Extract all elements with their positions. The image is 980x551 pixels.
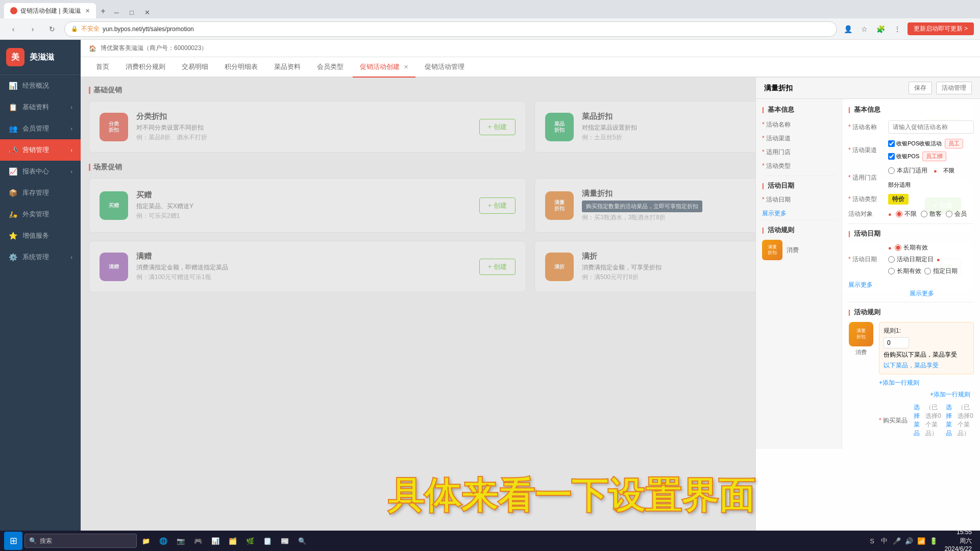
sidebar-item-overview[interactable]: 📊 经营概况 <box>0 75 81 96</box>
reload-btn[interactable]: ↻ <box>45 22 59 36</box>
target-label: 活动对象 <box>848 210 884 218</box>
more-settings-btn2[interactable]: 展示更多 <box>910 289 974 298</box>
sidebar-item-label: 会员管理 <box>22 124 49 133</box>
sidebar-item-label: 基础资料 <box>22 103 49 112</box>
tab-rules[interactable]: 消费积分规则 <box>118 57 173 78</box>
back-btn[interactable]: ‹ <box>6 22 20 36</box>
date-fixed-day[interactable]: 活动日期定日 <box>888 255 934 264</box>
full-date-display: 2024/6/22 <box>945 545 972 551</box>
date-section-title: | 活动日期 <box>848 229 974 238</box>
sidebar-item-delivery[interactable]: 🛵 外卖管理 <box>0 204 81 225</box>
date-dot2: ● <box>937 257 940 263</box>
date-specified[interactable]: 指定日期 <box>924 267 958 276</box>
select-dish-link2[interactable]: 选择菜品 <box>946 403 953 438</box>
browser-tab[interactable]: 促销活动创建 | 美滋滋 ✕ <box>4 3 96 18</box>
category-icon: 分类折扣 <box>100 113 128 141</box>
minimize-btn[interactable]: ─ <box>110 6 122 18</box>
category-create-btn[interactable]: + 创建 <box>479 119 516 135</box>
selected-dish-count2: （已选择0个菜品） <box>958 403 974 438</box>
tray-icon-battery[interactable]: 🔋 <box>928 536 939 546</box>
tray-icon-mic[interactable]: 🎤 <box>892 536 902 546</box>
sidebar-item-label: 报表中心 <box>22 167 49 176</box>
tray-icon-network[interactable]: 📶 <box>916 536 926 546</box>
scope-all[interactable]: 本店门适用 <box>888 166 927 175</box>
select-dish-link[interactable]: 选择菜品 <box>914 403 921 438</box>
buy-gift-create-btn[interactable]: + 创建 <box>479 197 516 214</box>
sidebar-item-member[interactable]: 👥 会员管理 › <box>0 118 81 139</box>
promo-type-row: 活动类型 特价 <box>848 194 974 205</box>
taskbar-icon-10[interactable]: 🔍 <box>295 534 309 548</box>
target-options: ● 不限 散客 会员 <box>888 210 967 218</box>
taskbar-icon-5[interactable]: 📊 <box>208 534 223 548</box>
tray-icon-speaker[interactable]: 🔊 <box>904 536 914 546</box>
taskbar-icon-4[interactable]: 🎮 <box>191 534 205 548</box>
sidebar-logo: 美 美滋滋 <box>0 40 81 75</box>
tab-promo-manage[interactable]: 促销活动管理 <box>418 57 472 78</box>
target-unlimited[interactable]: 不限 <box>896 210 917 218</box>
target-member[interactable]: 会员 <box>946 210 967 218</box>
bookmark-icon[interactable]: ☆ <box>859 23 871 35</box>
more-settings-btn[interactable]: 展示更多 <box>848 281 974 289</box>
rule-icon-col: 满量折扣 消费 <box>848 322 874 443</box>
mini-promo-desc: 消费 <box>787 246 799 255</box>
sidebar-item-value[interactable]: ⭐ 增值服务 <box>0 225 81 246</box>
taskbar-icon-3[interactable]: 📷 <box>174 534 188 548</box>
taskbar-icon-8[interactable]: 🗒️ <box>260 534 275 548</box>
activity-name-input[interactable] <box>888 120 974 134</box>
channel-pos2[interactable]: 收银POS <box>888 152 919 161</box>
tab-home[interactable]: 首页 <box>89 57 116 78</box>
mini-promo-icon: 满量折扣 <box>762 240 782 260</box>
menu-icon[interactable]: ⋮ <box>891 23 903 35</box>
date-always[interactable]: 长期有效 <box>895 243 928 252</box>
taskbar-icon-2[interactable]: 🌐 <box>156 534 170 548</box>
taskbar-time-display[interactable]: 15:55 周六 2024/6/22 <box>941 528 976 551</box>
tab-dishes[interactable]: 菜品资料 <box>267 57 308 78</box>
full-gift-create-btn[interactable]: + 创建 <box>479 259 516 275</box>
arrow-icon: › <box>70 104 72 110</box>
forward-btn[interactable]: › <box>26 22 40 36</box>
sidebar-item-report[interactable]: 📈 报表中心 › <box>0 161 81 182</box>
purchase-dish-label: 购买菜品 <box>879 416 910 425</box>
sidebar-item-basic[interactable]: 📋 基础资料 › <box>0 96 81 118</box>
address-bar[interactable]: 🔒 不安全 yun.bypos.net/ytt/sales/promotion <box>64 21 837 37</box>
tab-promo-create-close[interactable]: ✕ <box>404 64 408 70</box>
date-dot: ● <box>888 245 892 251</box>
sidebar-item-label: 增值服务 <box>22 231 49 240</box>
left-more-btn[interactable]: 展示更多 <box>762 209 836 218</box>
profile-icon[interactable]: 👤 <box>842 23 854 35</box>
tab-close-btn[interactable]: ✕ <box>85 8 90 14</box>
channel-pos[interactable]: 收银POS收银活动 <box>888 139 942 148</box>
target-guest[interactable]: 散客 <box>921 210 942 218</box>
add-rule-btn2[interactable]: +添加一行规则 <box>930 390 974 399</box>
sidebar-item-system[interactable]: ⚙️ 系统管理 › <box>0 246 81 268</box>
start-btn[interactable]: ⊞ <box>4 532 22 550</box>
extension-icon[interactable]: 🧩 <box>875 23 887 35</box>
tab-points-detail[interactable]: 积分明细表 <box>217 57 265 78</box>
taskbar-icon-9[interactable]: 📰 <box>278 534 292 548</box>
rule-quantity-input[interactable] <box>884 337 909 348</box>
channel-staff-tag: 员工 <box>945 139 963 148</box>
tab-promo-create[interactable]: 促销活动创建 ✕ <box>353 57 415 78</box>
taskbar-icon-6[interactable]: 🗂️ <box>226 534 240 548</box>
tab-member-type[interactable]: 会员类型 <box>310 57 351 78</box>
new-tab-button[interactable]: + <box>96 4 110 18</box>
date-always2[interactable]: 长期有效 <box>888 267 921 276</box>
taskbar-app-icons: 📁 🌐 📷 🎮 📊 🗂️ 🌿 🗒️ 📰 🔍 <box>139 534 309 548</box>
taskbar-icon-7[interactable]: 🌿 <box>243 534 257 548</box>
add-rule-btn[interactable]: +添加一行规则 <box>879 379 974 387</box>
channel-checkboxes: 收银POS收银活动 员工 收银POS 员工绑 <box>888 139 974 161</box>
close-btn[interactable]: ✕ <box>141 6 153 18</box>
full-gift-name: 满赠 <box>136 252 471 261</box>
maximize-btn[interactable]: □ <box>126 6 138 18</box>
sidebar-item-marketing[interactable]: 📣 营销管理 › <box>0 139 81 161</box>
scope-partial: 部分适用 <box>888 181 911 189</box>
update-btn[interactable]: 更新启动即可更新 > <box>908 22 974 35</box>
left-rules-title: | 活动规则 <box>762 226 836 235</box>
sidebar-item-inventory[interactable]: 📦 库存管理 <box>0 182 81 204</box>
rule-discount-select[interactable]: 以下菜品，菜品享受 <box>884 361 939 370</box>
tray-icon-input[interactable]: 中 <box>879 536 890 546</box>
tab-transaction[interactable]: 交易明细 <box>175 57 215 78</box>
taskbar-icon-1[interactable]: 📁 <box>139 534 153 548</box>
search-bar[interactable]: 🔍 搜索 <box>24 534 137 548</box>
panel-manage-area: 活动管理 <box>936 82 972 94</box>
